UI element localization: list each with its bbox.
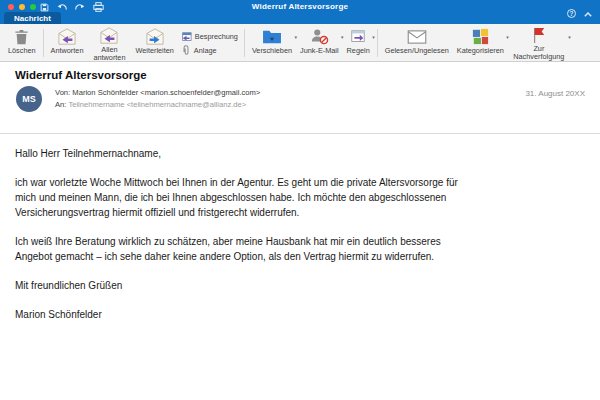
paperclip-icon xyxy=(181,45,191,56)
move-button[interactable]: Verschieben ▾ xyxy=(248,26,296,61)
junk-person-icon xyxy=(310,27,329,46)
sender-recipient-meta: Von: Marion Schönfelder <marion.schoenfe… xyxy=(55,87,260,111)
tab-nachricht[interactable]: Nachricht xyxy=(4,12,61,24)
meeting-icon xyxy=(181,32,192,42)
from-value: Marion Schönfelder <marion.schoenfelder@… xyxy=(72,88,260,97)
body-paragraph: Ich weiß Ihre Beratung wirklich zu schät… xyxy=(15,234,585,264)
ribbon-divider xyxy=(377,29,378,57)
meeting-attachment-group: Besprechung Anlage xyxy=(178,26,241,61)
to-row: An: Teilnehmername <teilnehmernachname@a… xyxy=(55,99,260,111)
attachment-button[interactable]: Anlage xyxy=(181,45,238,56)
collapse-ribbon-icon[interactable] xyxy=(584,4,592,22)
envelope-icon xyxy=(407,27,427,46)
read-unread-button[interactable]: Gelesen/Ungelesen xyxy=(381,26,453,61)
ribbon-controls: ? xyxy=(567,4,592,22)
ribbon: Löschen Antworten Allen antworten Weiter… xyxy=(0,24,600,62)
sender-avatar: MS xyxy=(16,86,42,112)
message-date: 31. August 20XX xyxy=(525,89,585,98)
forward-envelope-icon xyxy=(144,27,166,46)
dropdown-caret-icon: ▾ xyxy=(372,34,375,40)
ribbon-divider xyxy=(244,29,245,57)
meeting-button[interactable]: Besprechung xyxy=(181,32,238,42)
move-folder-icon xyxy=(262,27,282,46)
from-label: Von: xyxy=(55,88,70,97)
ribbon-divider xyxy=(43,29,44,57)
from-row: Von: Marion Schönfelder <marion.schoenfe… xyxy=(55,87,260,99)
follow-up-button[interactable]: Zur Nachverfolgung ▾ xyxy=(508,26,570,61)
title-bar: Widerruf Altersvorsorge Nachricht ? xyxy=(0,0,600,24)
to-value: Teilnehmername <teilnehmernachname@allia… xyxy=(68,100,246,109)
trash-icon xyxy=(14,27,29,46)
categorize-icon xyxy=(472,27,489,46)
body-signature: Marion Schönfelder xyxy=(15,307,585,322)
flag-icon xyxy=(532,27,546,44)
outlook-message-window: Widerruf Altersvorsorge Nachricht ? Lösc… xyxy=(0,0,600,400)
rules-button[interactable]: Regeln ▾ xyxy=(343,26,374,61)
body-closing: Mit freundlichen Grüßen xyxy=(15,278,585,293)
forward-button[interactable]: Weiterleiten xyxy=(131,26,177,61)
reply-all-button[interactable]: Allen antworten xyxy=(87,26,131,61)
help-icon[interactable]: ? xyxy=(567,9,576,18)
dropdown-caret-icon: ▾ xyxy=(568,34,571,40)
message-pane: Widerruf Altersvorsorge MS Von: Marion S… xyxy=(0,63,600,400)
message-body: Hallo Herr Teilnehmernachname, ich war v… xyxy=(0,134,600,322)
message-subject: Widerruf Altersvorsorge xyxy=(0,63,600,81)
junk-mail-button[interactable]: Junk-E-Mail ▾ xyxy=(296,26,343,61)
window-title: Widerruf Altersvorsorge xyxy=(0,2,600,11)
body-paragraph: Hallo Herr Teilnehmernachname, xyxy=(15,146,585,161)
rules-icon xyxy=(349,27,367,46)
body-paragraph: ich war vorletzte Woche Mittwoch bei Ihn… xyxy=(15,175,585,220)
message-header: MS Von: Marion Schönfelder <marion.schoe… xyxy=(0,81,600,131)
reply-all-envelope-icon xyxy=(98,27,120,45)
reply-envelope-icon xyxy=(56,27,78,46)
delete-button[interactable]: Löschen xyxy=(4,26,40,61)
reply-button[interactable]: Antworten xyxy=(47,26,88,61)
to-label: An: xyxy=(55,100,66,109)
categorize-button[interactable]: Kategorisieren ▾ xyxy=(453,26,508,61)
